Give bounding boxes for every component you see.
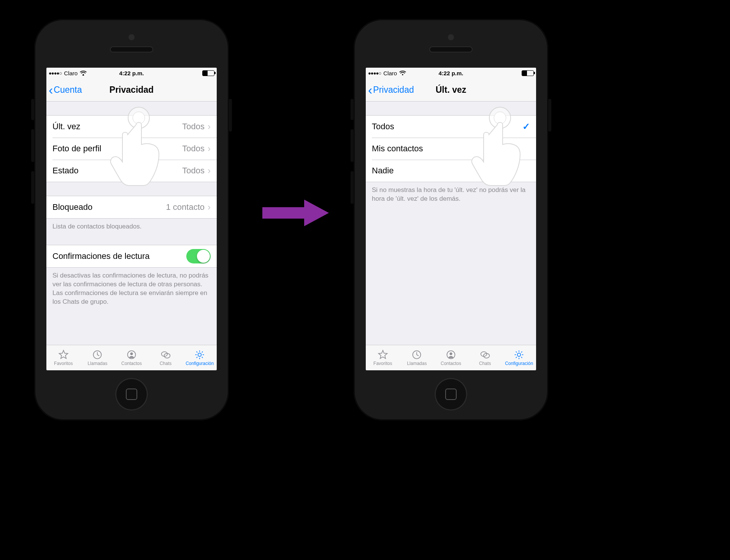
tab-contacts[interactable]: Contactos: [434, 345, 468, 370]
navbar: ‹ Cuenta Privacidad: [46, 78, 217, 102]
volume-up-button[interactable]: [31, 129, 34, 162]
svg-point-3: [130, 352, 133, 355]
volume-up-button[interactable]: [351, 129, 354, 162]
tab-label: Favoritos: [54, 361, 73, 366]
privacy-group-visibility: Últ. vez Todos › Foto de perfil Todos › …: [46, 115, 217, 182]
navbar: ‹ Privacidad Últ. vez: [366, 78, 536, 102]
phone-right: ●●●●○ Claro 4:22 p.m. ‹ Privacidad: [354, 19, 548, 420]
clock-label: 4:22 p.m.: [423, 70, 478, 76]
read-receipts-switch[interactable]: [186, 249, 211, 263]
chevron-right-icon: ›: [208, 202, 211, 213]
row-value: Todos: [182, 166, 205, 176]
tab-bar: Favoritos Llamadas Contactos Chats: [366, 345, 536, 370]
tab-calls[interactable]: Llamadas: [400, 345, 434, 370]
svg-point-6: [198, 353, 202, 357]
back-button[interactable]: ‹ Cuenta: [46, 83, 82, 96]
row-value: Todos: [182, 144, 205, 154]
tab-chats[interactable]: Chats: [468, 345, 502, 370]
wifi-icon: [80, 70, 87, 76]
chevron-right-icon: ›: [208, 121, 211, 132]
back-label: Privacidad: [373, 85, 414, 95]
back-label: Cuenta: [54, 85, 82, 95]
chats-icon: [479, 349, 491, 360]
svg-point-9: [402, 74, 403, 75]
option-everyone[interactable]: Todos ✓: [366, 115, 536, 138]
back-button[interactable]: ‹ Privacidad: [366, 83, 414, 96]
option-nobody[interactable]: Nadie: [366, 160, 536, 182]
earpiece-speaker: [110, 46, 153, 52]
row-last-seen[interactable]: Últ. vez Todos ›: [46, 115, 217, 138]
power-button[interactable]: [548, 99, 551, 132]
last-seen-options: Todos ✓ Mis contactos Nadie: [366, 115, 536, 182]
status-bar: ●●●●○ Claro 4:22 p.m.: [46, 68, 217, 78]
last-seen-footer: Si no muestras la hora de tu 'últ. vez' …: [366, 182, 536, 203]
row-profile-photo[interactable]: Foto de perfil Todos ›: [46, 138, 217, 160]
home-button[interactable]: [435, 378, 467, 411]
next-step-arrow-icon: [262, 198, 331, 228]
mute-switch[interactable]: [351, 99, 354, 120]
star-icon: [377, 349, 389, 360]
tab-calls[interactable]: Llamadas: [81, 345, 115, 370]
row-read-receipts[interactable]: Confirmaciones de lectura: [46, 245, 217, 268]
option-label: Nadie: [372, 166, 530, 176]
svg-point-15: [517, 353, 521, 357]
chevron-left-icon: ‹: [368, 83, 372, 96]
checkmark-icon: ✓: [522, 121, 530, 132]
row-label: Últ. vez: [52, 122, 182, 132]
option-label: Todos: [372, 122, 522, 132]
chevron-left-icon: ‹: [49, 83, 53, 96]
signal-dots: ●●●●○: [368, 70, 381, 76]
row-label: Confirmaciones de lectura: [52, 251, 186, 261]
row-value: 1 contacto: [166, 202, 205, 212]
phone-left: ●●●●○ Claro 4:22 p.m. ‹ Cuenta: [34, 19, 229, 420]
battery-icon: [202, 70, 214, 76]
option-label: Mis contactos: [372, 144, 530, 154]
chevron-right-icon: ›: [208, 143, 211, 154]
tab-settings[interactable]: Configuración: [502, 345, 536, 370]
battery-icon: [522, 70, 534, 76]
tab-settings[interactable]: Configuración: [182, 345, 217, 370]
row-value: Todos: [182, 122, 205, 132]
volume-down-button[interactable]: [31, 171, 34, 204]
tab-contacts[interactable]: Contactos: [114, 345, 149, 370]
blocked-footer: Lista de contactos bloqueados.: [46, 219, 217, 231]
tab-label: Contactos: [441, 361, 461, 366]
clock-icon: [92, 349, 103, 360]
tab-label: Llamadas: [87, 361, 107, 366]
screen-last-seen: ●●●●○ Claro 4:22 p.m. ‹ Privacidad: [366, 68, 536, 370]
mute-switch[interactable]: [31, 99, 34, 120]
row-label: Estado: [52, 166, 182, 176]
tab-label: Favoritos: [373, 361, 392, 366]
privacy-group-blocked: Bloqueado 1 contacto ›: [46, 196, 217, 219]
tab-favorites[interactable]: Favoritos: [366, 345, 400, 370]
tab-chats[interactable]: Chats: [149, 345, 183, 370]
row-blocked[interactable]: Bloqueado 1 contacto ›: [46, 196, 217, 219]
tab-label: Configuración: [505, 361, 533, 366]
svg-point-0: [83, 74, 84, 75]
volume-down-button[interactable]: [351, 171, 354, 204]
read-receipts-footer: Si desactivas las confirmaciones de lect…: [46, 268, 217, 306]
stage: ●●●●○ Claro 4:22 p.m. ‹ Cuenta: [0, 0, 730, 560]
clock-icon: [411, 349, 422, 360]
star-icon: [58, 349, 69, 360]
tab-label: Llamadas: [407, 361, 427, 366]
gear-icon: [513, 349, 525, 360]
carrier-label: Claro: [383, 70, 397, 76]
tab-label: Contactos: [121, 361, 142, 366]
power-button[interactable]: [229, 99, 232, 132]
front-camera: [129, 34, 135, 40]
status-bar: ●●●●○ Claro 4:22 p.m.: [366, 68, 536, 78]
tab-label: Configuración: [186, 361, 214, 366]
home-button[interactable]: [115, 378, 148, 411]
tab-label: Chats: [160, 361, 171, 366]
tab-favorites[interactable]: Favoritos: [46, 345, 81, 370]
tab-label: Chats: [479, 361, 491, 366]
row-label: Bloqueado: [52, 202, 166, 212]
front-camera: [448, 34, 454, 40]
row-status[interactable]: Estado Todos ›: [46, 160, 217, 182]
option-my-contacts[interactable]: Mis contactos: [366, 138, 536, 160]
gear-icon: [194, 349, 205, 360]
contact-icon: [126, 349, 137, 360]
chats-icon: [160, 349, 171, 360]
row-label: Foto de perfil: [52, 144, 182, 154]
